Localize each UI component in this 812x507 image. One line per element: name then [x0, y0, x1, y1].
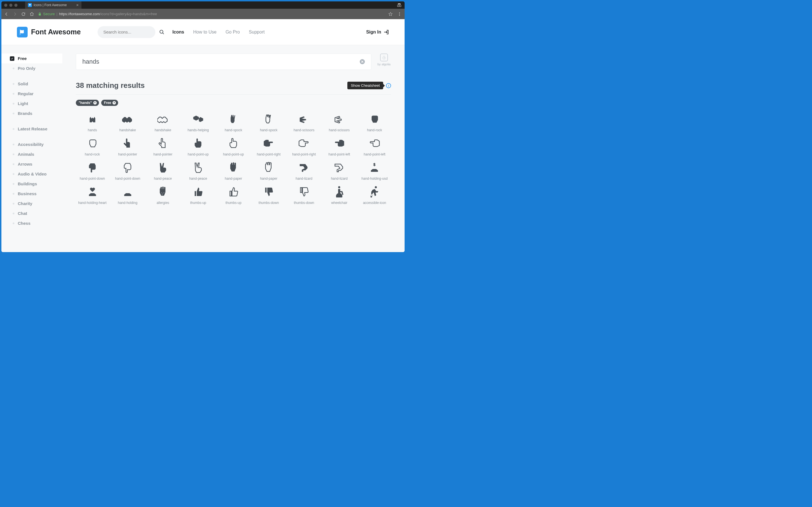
icon-cell-wheelchair[interactable]: wheelchair: [323, 186, 356, 205]
sidebar-item-latest-release[interactable]: Latest Release: [1, 124, 62, 134]
icon-label: hand-point-down: [80, 177, 105, 180]
brand-logo[interactable]: Font Awesome: [17, 27, 81, 38]
icon-cell-allergies[interactable]: allergies: [146, 186, 179, 205]
icon-cell-hand-point-down[interactable]: hand-point-down: [76, 161, 109, 180]
sidebar-item-accessibility[interactable]: Accessibility: [1, 139, 62, 149]
icon-cell-hand-scissors[interactable]: hand-scissors: [323, 113, 356, 132]
window-minimize-button[interactable]: [9, 4, 12, 7]
icon-cell-hand-point-up[interactable]: hand-point-up: [182, 137, 214, 156]
sidebar-item-label: Pro Only: [18, 66, 36, 71]
chip-remove-icon[interactable]: ×: [112, 101, 116, 105]
icon-cell-handshake[interactable]: handshake: [111, 113, 144, 132]
icon-cell-hand-rock[interactable]: hand-rock: [358, 113, 391, 132]
icon-cell-hand-holding-heart[interactable]: hand-holding-heart: [76, 186, 109, 205]
sign-in-link[interactable]: Sign In: [366, 29, 389, 35]
chip-remove-icon[interactable]: ×: [93, 101, 97, 105]
nav-link-go-pro[interactable]: Go Pro: [225, 30, 240, 35]
icon-cell-hand-scissors[interactable]: hand-scissors: [288, 113, 320, 132]
icon-cell-hand-point-right[interactable]: hand-point-right: [288, 137, 320, 156]
sidebar-item-chat[interactable]: Chat: [1, 209, 62, 218]
bookmark-star-icon[interactable]: [388, 12, 393, 16]
icon-cell-hand-point-up[interactable]: hand-point-up: [217, 137, 250, 156]
filter-chip[interactable]: "hands"×: [76, 100, 99, 106]
icon-cell-hand-peace[interactable]: hand-peace: [146, 161, 179, 180]
icon-cell-handshake[interactable]: handshake: [146, 113, 179, 132]
site-header: Font Awesome IconsHow to UseGo ProSuppor…: [1, 19, 405, 45]
filter-chip[interactable]: Free×: [101, 100, 118, 106]
icon-cell-hand-peace[interactable]: hand-peace: [182, 161, 214, 180]
browser-toolbar: Secure | https://fontawesome.com/icons?d…: [1, 9, 405, 19]
icon-cell-hand-paper[interactable]: hand-paper: [217, 161, 250, 180]
sidebar-item-audio-video[interactable]: Audio & Video: [1, 169, 62, 179]
icon-cell-hand-spock[interactable]: hand-spock: [252, 113, 285, 132]
icon-cell-hand-point-right[interactable]: hand-point-right: [252, 137, 285, 156]
icon-label: hand-point-left: [364, 152, 386, 156]
main-search-input[interactable]: [82, 58, 360, 65]
browser-tab[interactable]: Icons | Font Awesome ×: [25, 1, 82, 9]
window-maximize-button[interactable]: [14, 4, 17, 7]
icon-cell-thumbs-down[interactable]: thumbs-down: [252, 186, 285, 205]
hand-spock-icon: [227, 113, 240, 125]
icon-label: hand-paper: [260, 177, 277, 180]
svg-point-9: [399, 13, 400, 14]
icon-label: hand-spock: [225, 128, 242, 132]
icon-cell-hand-rock[interactable]: hand-rock: [76, 137, 109, 156]
bullet-icon: [13, 154, 14, 155]
nav-link-support[interactable]: Support: [249, 30, 265, 35]
icon-cell-hand-lizard[interactable]: hand-lizard: [323, 161, 356, 180]
clear-search-button[interactable]: [360, 59, 365, 64]
sidebar-item-chess[interactable]: Chess: [1, 218, 62, 228]
sidebar-item-arrows[interactable]: Arrows: [1, 159, 62, 169]
reload-button[interactable]: [21, 12, 26, 16]
header-search[interactable]: [98, 26, 155, 38]
sidebar-item-light[interactable]: Light: [1, 99, 62, 108]
bullet-icon: [13, 163, 14, 165]
sidebar-item-label: Chat: [18, 211, 27, 216]
icon-cell-hand-holding[interactable]: hand-holding: [111, 186, 144, 205]
chip-label: "hands": [79, 101, 92, 105]
tab-close-button[interactable]: ×: [76, 3, 79, 7]
address-bar[interactable]: Secure | https://fontawesome.com/icons?d…: [38, 12, 382, 16]
sidebar-item-regular[interactable]: Regular: [1, 89, 62, 99]
nav-link-how-to-use[interactable]: How to Use: [193, 30, 216, 35]
cheatsheet-info-button[interactable]: i: [386, 83, 391, 88]
icon-cell-hand-spock[interactable]: hand-spock: [217, 113, 250, 132]
forward-button[interactable]: [13, 12, 17, 16]
icon-cell-hand-pointer[interactable]: hand-pointer: [146, 137, 179, 156]
window-close-button[interactable]: [4, 4, 7, 7]
browser-menu-button[interactable]: [397, 12, 402, 16]
header-search-input[interactable]: [103, 30, 157, 34]
icon-cell-thumbs-up[interactable]: thumbs-up: [182, 186, 214, 205]
icon-cell-hand-point-down[interactable]: hand-point-down: [111, 161, 144, 180]
svg-point-8: [399, 12, 400, 13]
icon-cell-hands[interactable]: hands: [76, 113, 109, 132]
hand-holding-icon: [121, 186, 134, 198]
hand-lizard-icon: [333, 161, 345, 174]
hand-holding-usd-icon: [368, 161, 380, 174]
icon-cell-thumbs-down[interactable]: thumbs-down: [288, 186, 320, 205]
sidebar-item-animals[interactable]: Animals: [1, 149, 62, 159]
icon-cell-hand-point-left[interactable]: hand-point-left: [323, 137, 356, 156]
home-button[interactable]: [30, 12, 34, 16]
back-button[interactable]: [4, 12, 9, 16]
nav-link-icons[interactable]: Icons: [172, 30, 184, 35]
icon-label: hand-peace: [154, 177, 172, 180]
sidebar-item-solid[interactable]: Solid: [1, 79, 62, 89]
icon-cell-thumbs-up[interactable]: thumbs-up: [217, 186, 250, 205]
page-body: FreePro OnlySolidRegularLightBrandsLates…: [1, 45, 405, 252]
sidebar-item-brands[interactable]: Brands: [1, 108, 62, 118]
icon-cell-accessible-icon[interactable]: accessible-icon: [358, 186, 391, 205]
icon-label: thumbs-down: [294, 201, 314, 205]
main-search[interactable]: [76, 54, 371, 70]
icon-cell-hands-helping[interactable]: hands-helping: [182, 113, 214, 132]
icon-cell-hand-point-left[interactable]: hand-point-left: [358, 137, 391, 156]
sidebar-item-buildings[interactable]: Buildings: [1, 179, 62, 189]
icon-cell-hand-lizard[interactable]: hand-lizard: [288, 161, 320, 180]
sidebar-item-pro-only[interactable]: Pro Only: [1, 63, 62, 73]
icon-cell-hand-paper[interactable]: hand-paper: [252, 161, 285, 180]
icon-cell-hand-pointer[interactable]: hand-pointer: [111, 137, 144, 156]
sidebar-item-charity[interactable]: Charity: [1, 199, 62, 209]
icon-cell-hand-holding-usd[interactable]: hand-holding-usd: [358, 161, 391, 180]
sidebar-item-business[interactable]: Business: [1, 189, 62, 199]
sidebar-item-free[interactable]: Free: [1, 54, 62, 63]
